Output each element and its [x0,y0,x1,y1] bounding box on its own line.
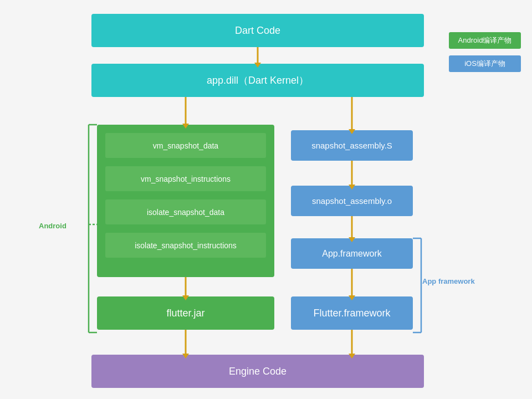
android-label: Android [39,222,66,230]
flutter-jar-label: flutter.jar [166,308,204,319]
dart-code-box: Dart Code [91,14,424,47]
app-dill-box: app.dill（Dart Kernel） [91,64,424,97]
isolate-snapshot-instructions-box: isolate_snapshot_instructions [105,233,266,258]
legend-ios-label: iOS编译产物 [464,59,505,69]
app-dill-label: app.dill（Dart Kernel） [207,74,309,87]
legend-android-label: Android编译产物 [458,35,512,45]
snapshot-assembly-s-box: snapshot_assembly.S [291,130,413,161]
snapshot-assembly-o-label: snapshot_assembly.o [312,196,392,206]
snapshot-assembly-s-label: snapshot_assembly.S [311,141,392,150]
isolate-snapshot-instructions-label: isolate_snapshot_instructions [135,241,237,250]
app-framework-side-label: App framework [422,277,475,285]
dart-code-label: Dart Code [235,25,280,37]
legend-android: Android编译产物 [449,32,521,49]
legend-ios: iOS编译产物 [449,55,521,72]
engine-code-box: Engine Code [91,355,424,388]
vm-snapshot-data-box: vm_snapshot_data [105,133,266,158]
app-framework-label: App.framework [322,249,382,259]
isolate-snapshot-data-label: isolate_snapshot_data [147,208,224,217]
green-group: vm_snapshot_data vm_snapshot_instruction… [97,125,274,277]
app-framework-box: App.framework [291,238,413,269]
engine-code-label: Engine Code [229,366,287,377]
diagram-container: Dart Code app.dill（Dart Kernel） vm_snaps… [0,0,532,399]
snapshot-assembly-o-box: snapshot_assembly.o [291,186,413,216]
vm-snapshot-instructions-label: vm_snapshot_instructions [141,175,231,183]
vm-snapshot-data-label: vm_snapshot_data [153,141,218,150]
vm-snapshot-instructions-box: vm_snapshot_instructions [105,166,266,191]
flutter-framework-box: Flutter.framework [291,296,413,330]
flutter-jar-box: flutter.jar [97,296,274,330]
isolate-snapshot-data-box: isolate_snapshot_data [105,200,266,224]
flutter-framework-label: Flutter.framework [313,308,390,319]
